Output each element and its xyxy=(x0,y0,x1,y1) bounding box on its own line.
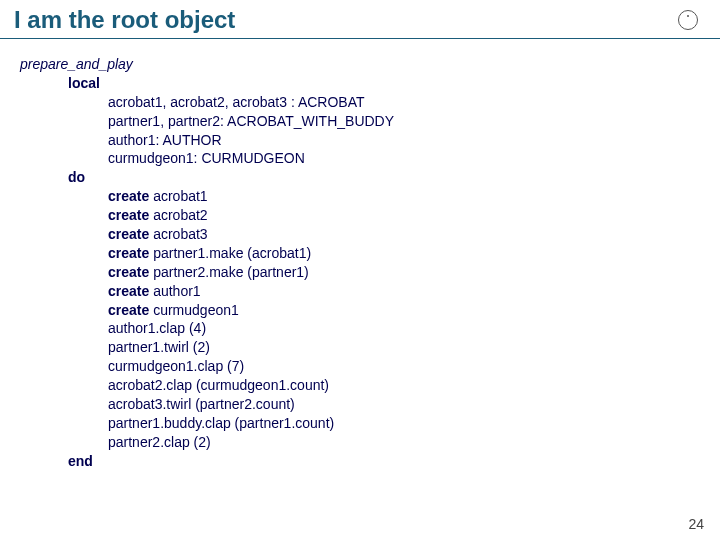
keyword-end: end xyxy=(68,453,93,469)
call-line: partner2.clap (2) xyxy=(20,433,700,452)
call-line: author1.clap (4) xyxy=(20,319,700,338)
keyword-local: local xyxy=(68,75,100,91)
declaration-line: curmudgeon1: CURMUDGEON xyxy=(20,149,700,168)
slide-header: I am the root object xyxy=(0,0,720,39)
create-line: create author1 xyxy=(20,282,700,301)
page-number: 24 xyxy=(688,516,704,532)
declaration-line: acrobat1, acrobat2, acrobat3 : ACROBAT xyxy=(20,93,700,112)
call-line: curmudgeon1.clap (7) xyxy=(20,357,700,376)
page-title: I am the root object xyxy=(14,6,235,34)
create-line: create acrobat3 xyxy=(20,225,700,244)
create-line: create partner1.make (acrobat1) xyxy=(20,244,700,263)
call-line: acrobat3.twirl (partner2.count) xyxy=(20,395,700,414)
create-line: create acrobat2 xyxy=(20,206,700,225)
declaration-line: author1: AUTHOR xyxy=(20,131,700,150)
create-line: create acrobat1 xyxy=(20,187,700,206)
call-line: partner1.twirl (2) xyxy=(20,338,700,357)
circle-dot-icon xyxy=(678,10,698,30)
code-block: prepare_and_play local acrobat1, acrobat… xyxy=(0,39,720,471)
create-line: create partner2.make (partner1) xyxy=(20,263,700,282)
create-line: create curmudgeon1 xyxy=(20,301,700,320)
declaration-line: partner1, partner2: ACROBAT_WITH_BUDDY xyxy=(20,112,700,131)
call-line: acrobat2.clap (curmudgeon1.count) xyxy=(20,376,700,395)
keyword-do: do xyxy=(68,169,85,185)
call-line: partner1.buddy.clap (partner1.count) xyxy=(20,414,700,433)
procedure-name: prepare_and_play xyxy=(20,55,700,74)
